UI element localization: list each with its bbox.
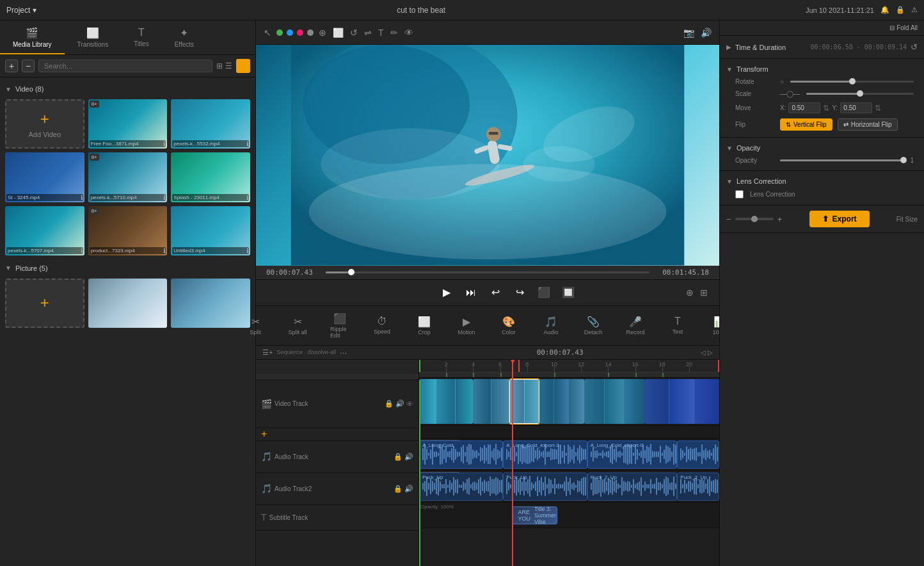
audio-clip[interactable]: A_Long_Cold bbox=[419, 441, 503, 469]
mark-in-button[interactable]: ⬛ bbox=[535, 284, 553, 302]
move-y-input[interactable] bbox=[840, 102, 872, 113]
crop-tool[interactable]: ⬜ Crop bbox=[408, 313, 440, 338]
project-menu-button[interactable]: Project ▾ bbox=[6, 6, 36, 15]
color-tool[interactable]: 🎨 Color bbox=[493, 313, 525, 338]
fit-size-button[interactable]: Fit Size bbox=[896, 216, 918, 223]
export-button[interactable]: ⬆ Export bbox=[809, 211, 870, 227]
search-input[interactable] bbox=[38, 60, 212, 72]
horizontal-flip-btn[interactable]: ⇄ Horizontal Flip bbox=[838, 118, 898, 131]
video-clip-selected[interactable] bbox=[509, 379, 539, 424]
list-item[interactable]: Untitled3.mp4 ℹ bbox=[171, 206, 250, 255]
zoom-in-btn[interactable]: + bbox=[777, 214, 783, 224]
preview-grid-btn[interactable]: ⊞ bbox=[699, 286, 709, 299]
subtitle-clip[interactable]: ARE YOU Title 3: Summer Vibe bbox=[512, 506, 557, 524]
detach-tool[interactable]: 📎 Detach bbox=[577, 313, 609, 338]
text-tool[interactable]: T Text bbox=[662, 313, 694, 337]
filter-btn[interactable] bbox=[236, 59, 250, 73]
time-reset-btn[interactable]: ↺ bbox=[911, 42, 918, 52]
fold-all-btn[interactable]: ⊟ Fold All bbox=[889, 24, 918, 31]
list-item[interactable] bbox=[88, 279, 168, 328]
video-clip[interactable] bbox=[419, 379, 473, 424]
audio2-vol-btn[interactable]: 🔊 bbox=[404, 485, 413, 493]
dot-green[interactable] bbox=[276, 29, 283, 36]
list-item[interactable]: 8+ Free Foo...3871.mp4 ℹ bbox=[88, 99, 168, 149]
rewind-button[interactable]: ↩ bbox=[486, 284, 504, 302]
list-item[interactable]: 8+ pexels-k...5710.mp4 ℹ bbox=[88, 152, 168, 202]
dot-gray[interactable] bbox=[307, 29, 314, 36]
audio-clip2[interactable]: Puck_Up bbox=[419, 473, 503, 501]
playhead[interactable] bbox=[512, 360, 513, 567]
eye-icon-btn[interactable]: 👁 bbox=[403, 26, 415, 39]
play-button[interactable]: ▶ bbox=[438, 284, 456, 302]
timeline-add-track[interactable]: ☰+ bbox=[262, 348, 273, 357]
y-stepper[interactable]: ⇅ bbox=[875, 104, 881, 113]
progress-thumb[interactable] bbox=[348, 269, 354, 275]
list-item[interactable]: pexels-k...5707.mp4 ℹ bbox=[5, 206, 84, 255]
audio-clip2[interactable]: Puck_Up bbox=[503, 473, 587, 501]
split-all-tool[interactable]: ✂ Split all bbox=[282, 313, 314, 338]
transform-icon-btn[interactable]: ⊕ bbox=[317, 26, 328, 39]
time-duration-header[interactable]: ▶ Time & Duration 00:00:06.50 - 00:00:09… bbox=[720, 40, 924, 54]
video-vol-btn[interactable]: 🔊 bbox=[395, 400, 404, 408]
video-clip[interactable] bbox=[539, 379, 584, 424]
tab-effects[interactable]: ✦ Effects bbox=[162, 24, 207, 54]
mark-out-button[interactable]: 🔲 bbox=[559, 284, 577, 302]
audio1-lock-btn[interactable]: 🔒 bbox=[394, 453, 402, 461]
x-stepper[interactable]: ⇅ bbox=[823, 104, 829, 113]
text-icon-btn[interactable]: T bbox=[377, 26, 385, 39]
audio-clip[interactable]: A_Long_Cold_export-0 bbox=[587, 441, 678, 469]
grid-view-btn[interactable]: ⊞ bbox=[216, 61, 223, 70]
video-lock-btn[interactable]: 🔒 bbox=[385, 400, 394, 408]
dot-blue[interactable] bbox=[287, 29, 293, 36]
audio-clip2[interactable]: Puck_2_Up bbox=[587, 473, 678, 501]
list-item[interactable]: Splash - 23011.mp4 ℹ bbox=[171, 152, 250, 202]
dot-pink[interactable] bbox=[297, 29, 303, 36]
audio-tool[interactable]: 🎵 Audio bbox=[535, 313, 567, 338]
audio1-vol-btn[interactable]: 🔊 bbox=[404, 453, 413, 461]
transform-header[interactable]: ▼ Transform bbox=[720, 63, 924, 76]
tab-media-library[interactable]: 🎬 Media Library bbox=[0, 24, 65, 54]
add-picture-button[interactable]: + bbox=[5, 279, 84, 328]
video-section-header[interactable]: ▼ Video (8) bbox=[5, 83, 250, 95]
lens-correction-checkbox[interactable] bbox=[735, 190, 744, 198]
vertical-flip-btn[interactable]: ⇅ Vertical Flip bbox=[780, 118, 832, 131]
video-clip[interactable] bbox=[473, 379, 509, 424]
video-clip[interactable] bbox=[584, 379, 644, 424]
ripple-edit-tool[interactable]: ⬛ Ripple Edit bbox=[324, 310, 356, 341]
remove-media-btn[interactable]: − bbox=[22, 60, 35, 72]
motion-tool[interactable]: ▶ Motion bbox=[450, 313, 482, 338]
list-item[interactable] bbox=[171, 279, 250, 328]
speed-tool[interactable]: ⏱ Speed bbox=[366, 313, 398, 337]
move-x-input[interactable] bbox=[788, 102, 820, 113]
volume-btn[interactable]: 🔊 bbox=[699, 26, 713, 39]
audio-clip[interactable]: A_Long_Cold_export-3 bbox=[503, 441, 587, 469]
add-video-track-btn[interactable]: + bbox=[261, 428, 267, 440]
zoom-thumb[interactable] bbox=[751, 216, 758, 222]
preview-progress-bar[interactable] bbox=[326, 271, 649, 273]
audio2-lock-btn[interactable]: 🔒 bbox=[394, 485, 402, 493]
pen-icon-btn[interactable]: ✏ bbox=[389, 26, 399, 39]
forward-button[interactable]: ↪ bbox=[511, 284, 529, 302]
video-eye-btn[interactable]: 👁 bbox=[406, 400, 413, 408]
play-next-button[interactable]: ⏭ bbox=[462, 284, 480, 302]
zoom-out-btn[interactable]: − bbox=[726, 214, 731, 224]
preview-snap-btn[interactable]: ⊕ bbox=[685, 286, 695, 299]
flip-icon-btn[interactable]: ⇌ bbox=[363, 26, 373, 39]
rotate-slider[interactable] bbox=[790, 81, 914, 83]
picture-section-header[interactable]: ▼ Picture (5) bbox=[5, 262, 250, 275]
arrow-tool-btn[interactable]: ↖ bbox=[262, 26, 273, 39]
opacity-header[interactable]: ▼ Opacity bbox=[720, 142, 924, 154]
snapshot-btn[interactable]: 📷 bbox=[682, 26, 696, 39]
add-media-btn[interactable]: + bbox=[5, 60, 18, 72]
scale-slider[interactable] bbox=[806, 93, 914, 95]
list-view-btn[interactable]: ☰ bbox=[225, 61, 232, 70]
add-video-button[interactable]: + Add Video bbox=[5, 99, 84, 149]
list-item[interactable]: 8+ product...7323.mp4 ℹ bbox=[88, 206, 168, 255]
lens-correction-header[interactable]: ▼ Lens Correction bbox=[720, 175, 924, 188]
list-item[interactable]: pexels-k...5532.mp4 ℹ bbox=[171, 99, 250, 149]
rotate-icon-btn[interactable]: ↺ bbox=[349, 26, 359, 39]
crop-icon-btn[interactable]: ⬜ bbox=[331, 26, 345, 39]
audio-clip[interactable] bbox=[677, 441, 719, 469]
list-item[interactable]: St - 3245.mp4 ℹ bbox=[5, 152, 84, 202]
record-tool[interactable]: 🎤 Record bbox=[619, 313, 651, 338]
